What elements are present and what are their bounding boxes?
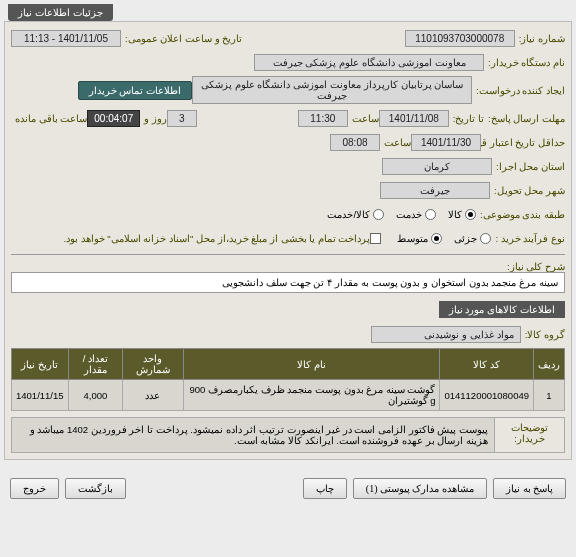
countdown: 00:04:07 <box>87 110 140 127</box>
buyer-label: نام دستگاه خریدار: <box>488 57 565 68</box>
buyer-notes-label: توضیحات خریدار: <box>495 418 565 453</box>
goods-group-value: مواد غذایی و نوشیدنی <box>371 326 521 343</box>
radio-dot-icon <box>373 209 384 220</box>
buyer-value: معاونت اموزشی دانشگاه علوم پزشکی جیرفت <box>254 54 484 71</box>
need-no-value: 1101093703000078 <box>405 30 515 47</box>
print-button[interactable]: چاپ <box>303 478 347 499</box>
notes-table: توضیحات خریدار: پیوست پیش فاکتور الزامی … <box>11 417 565 453</box>
creator-value: ساسان پرتابیان کارپرداز معاونت اموزشی دا… <box>192 76 472 104</box>
days-and-label: روز و <box>144 113 167 124</box>
city-value: جیرفت <box>380 182 490 199</box>
radio-dot-icon <box>431 233 442 244</box>
subject-class-label: طبقه بندی موضوعی: <box>480 209 565 220</box>
deadline-label: مهلت ارسال پاسخ: <box>488 113 565 124</box>
main-desc-label: شرح کلی نیاز: <box>507 261 565 272</box>
province-value: کرمان <box>382 158 492 175</box>
days-left: 3 <box>167 110 197 127</box>
deadline-date: 1401/11/08 <box>379 110 449 127</box>
respond-button[interactable]: پاسخ به نیاز <box>493 478 566 499</box>
need-no-label: شماره نیاز: <box>519 33 565 44</box>
credit-time: 08:08 <box>330 134 380 151</box>
radio-service[interactable]: خدمت <box>396 209 436 220</box>
cell-row: 1 <box>534 380 565 411</box>
city-label: شهر محل تحویل: <box>494 185 565 196</box>
radio-goods-service[interactable]: کالا/خدمت <box>327 209 384 220</box>
th-name: نام کالا <box>183 349 440 380</box>
divider <box>11 254 565 255</box>
th-unit: واحد شمارش <box>123 349 183 380</box>
cell-name: گوشت سینه مرغ بدون پوست منجمد ظرف یکبارم… <box>183 380 440 411</box>
main-desc-value: سینه مرغ منجمد بدون استخوان و بدون پوست … <box>11 272 565 293</box>
th-date: تاریخ نیاز <box>12 349 69 380</box>
return-button[interactable]: بازگشت <box>65 478 126 499</box>
cell-qty: 4,000 <box>68 380 123 411</box>
deadline-time: 11:30 <box>298 110 348 127</box>
credit-date-label: حداقل تاریخ اعتبار قیمت؛ تا تاریخ: <box>485 137 565 148</box>
exit-button[interactable]: خروج <box>10 478 59 499</box>
th-row: ردیف <box>534 349 565 380</box>
subject-radio-group: کالا خدمت کالا/خدمت <box>327 209 476 220</box>
time-left-label: ساعت باقی مانده <box>15 113 87 124</box>
header-tab: جزئیات اطلاعات نیاز <box>8 4 113 21</box>
table-row[interactable]: 1 0141120001080049 گوشت سینه مرغ بدون پو… <box>12 380 565 411</box>
goods-group-label: گروه کالا: <box>525 329 565 340</box>
th-qty: تعداد / مقدار <box>68 349 123 380</box>
cell-code: 0141120001080049 <box>440 380 534 411</box>
province-label: استان محل اجرا: <box>496 161 565 172</box>
contact-buyer-button[interactable]: اطلاعات تماس خریدار <box>78 81 193 100</box>
cell-date: 1401/11/15 <box>12 380 69 411</box>
announce-value: 1401/11/05 - 11:13 <box>11 30 121 47</box>
attachments-button[interactable]: مشاهده مدارک پیوستی (1) <box>353 478 487 499</box>
creator-label: ایجاد کننده درخواست: <box>476 85 565 96</box>
partial-pay-note: پرداخت تمام یا بخشی از مبلغ خرید،از محل … <box>15 233 370 244</box>
to-date-label: تا تاریخ: <box>453 113 484 124</box>
hour-label-2: ساعت <box>384 137 411 148</box>
buy-type-label: نوع فرآیند خرید : <box>495 233 565 244</box>
radio-dot-icon <box>465 209 476 220</box>
cell-unit: عدد <box>123 380 183 411</box>
radio-dot-icon <box>480 233 491 244</box>
goods-info-title: اطلاعات کالاهای مورد نیاز <box>439 301 565 318</box>
radio-dot-icon <box>425 209 436 220</box>
buy-type-radio-group: جزئی متوسط <box>397 233 491 244</box>
hour-label-1: ساعت <box>352 113 379 124</box>
th-code: کد کالا <box>440 349 534 380</box>
radio-goods[interactable]: کالا <box>448 209 476 220</box>
partial-pay-checkbox[interactable] <box>370 233 381 244</box>
items-table: ردیف کد کالا نام کالا واحد شمارش تعداد /… <box>11 348 565 411</box>
footer: پاسخ به نیاز مشاهده مدارک پیوستی (1) چاپ… <box>4 472 572 505</box>
credit-date: 1401/11/30 <box>411 134 481 151</box>
info-section: شماره نیاز: 1101093703000078 تاریخ و ساع… <box>4 21 572 460</box>
radio-medium[interactable]: متوسط <box>397 233 442 244</box>
announce-label: تاریخ و ساعت اعلان عمومی: <box>125 33 242 44</box>
buyer-notes-value: پیوست پیش فاکتور الزامی است در غیر اینصو… <box>12 418 495 453</box>
radio-minor[interactable]: جزئی <box>454 233 491 244</box>
